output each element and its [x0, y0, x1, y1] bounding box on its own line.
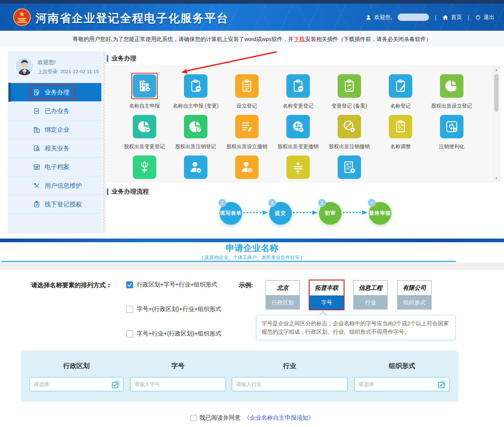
example-box: 信息工程行业 — [353, 280, 388, 310]
business-tile[interactable]: 设立登记 — [221, 73, 272, 110]
main-panel: 业务办理 名称自主申报名称自主申报 (变更)设立登记名称变更登记变更登记 (备案… — [107, 51, 501, 238]
apply-subtitle: [ 及其他企业、个体工商户、农民专业合作社等 ] — [0, 254, 504, 261]
scrollbar-thumb[interactable] — [494, 74, 499, 112]
user-icon — [365, 14, 372, 20]
business-tile[interactable]: 名称调整 — [375, 113, 426, 150]
business-tile[interactable]: 名称自主申报 (变更) — [170, 73, 221, 110]
clipboard-pencil-icon — [389, 74, 412, 98]
agreement-row: 我已阅读并同意《企业名称自主申报须知》 — [0, 414, 504, 422]
sidebar: 欢迎您! 上次登录: 2021-12-02 11:15 业务办理已办业务绑定企业… — [8, 51, 102, 233]
select-check-icon[interactable] — [438, 380, 447, 389]
business-tile[interactable]: 股权出质变更撤销 — [272, 113, 324, 150]
tile-label: 股权出质注销登记 — [174, 143, 218, 150]
sidebar-menu: 业务办理已办业务绑定企业相关业务电子档案用户信息维护线下登记授权 — [8, 83, 101, 214]
sidebar-item[interactable]: 相关业务 — [8, 139, 101, 158]
section-workflow-title: 业务办理流程 — [107, 187, 149, 196]
tile-label: 注销便利化 — [437, 143, 466, 150]
sidebar-item[interactable]: 线下登记授权 — [8, 195, 101, 214]
field-label: 行业 — [232, 362, 348, 370]
sidebar-item[interactable]: 电子档案 — [8, 158, 101, 176]
text-input[interactable] — [232, 377, 348, 392]
field-label: 组织形式 — [354, 362, 450, 370]
business-tile[interactable] — [324, 154, 375, 182]
agree-checkbox[interactable] — [190, 415, 196, 421]
checkbox-unchecked-icon[interactable] — [126, 330, 133, 337]
person-refresh-icon — [235, 156, 259, 179]
scrollbar[interactable]: ▲ ▼ — [493, 67, 499, 181]
header-user-nav: 欢迎您, | 首页 | 退出 — [365, 4, 494, 31]
select-check-icon[interactable] — [112, 380, 120, 389]
arrange-option-label: 字号+行业+(行政区划)+组织形式 — [137, 330, 221, 338]
welcome-user: 欢迎您, — [365, 14, 429, 21]
checkbox-checked-icon[interactable] — [126, 281, 133, 288]
sidebar-stripe — [102, 51, 106, 233]
last-login: 上次登录: 2021-12-02 11:15 — [38, 68, 99, 75]
business-tile[interactable] — [272, 154, 324, 182]
sidebar-item[interactable]: 业务办理 — [8, 83, 101, 102]
tile-label: 股权出质变更登记 — [123, 143, 166, 150]
page: 河南省企业登记全程电子化服务平台 欢迎您, | 首页 | 退出 尊敬的用户您好,… — [0, 0, 504, 427]
clipboard-refresh-icon — [338, 74, 361, 98]
download-plugin-link[interactable]: 下载 — [294, 36, 305, 43]
name-field-column: 组织形式 — [354, 351, 450, 402]
example-tag: 行政区划 — [266, 296, 300, 310]
workflow-arrow-icon — [342, 210, 368, 217]
example-box: 拓普丰联字号 — [309, 280, 345, 310]
section-bar — [107, 188, 108, 195]
business-tile[interactable]: 股权出质设立撤销 — [221, 113, 272, 150]
divider: | — [468, 14, 469, 20]
top-strip — [0, 0, 504, 4]
example-box: 北京行政区划 — [265, 280, 301, 310]
logout-link[interactable]: 退出 — [475, 14, 494, 21]
system-notice: 尊敬的用户您好,为了您能正常使用此系统，请确保您的计算机上安装了word或wps… — [0, 31, 504, 48]
business-tile[interactable]: 股权出质变更登记 — [119, 113, 170, 150]
clipboard-minus-icon — [184, 74, 207, 98]
arrange-option-label: 字号+(行政区划)+行业+组织形式 — [137, 306, 221, 313]
sidebar-item[interactable]: 绑定企业 — [8, 120, 101, 139]
business-tile[interactable] — [170, 154, 221, 182]
ban-icon — [338, 115, 361, 138]
business-tile[interactable]: 变更登记 (备案) — [324, 73, 375, 110]
scroll-up-icon[interactable]: ▲ — [493, 67, 499, 73]
business-tile[interactable]: 股权出质注销撤销 — [324, 113, 375, 150]
business-tile[interactable]: 名称自主申报 — [119, 73, 170, 110]
workflow-step-number: 3 — [318, 199, 326, 207]
workflow-step: 提交2 — [269, 202, 292, 225]
arrange-option[interactable]: 字号+行业+(行政区划)+组织形式 — [126, 329, 221, 338]
workflow-arrow-icon — [292, 210, 319, 217]
person-minus-icon — [184, 156, 207, 179]
tile-label: 名称登记 — [389, 102, 412, 110]
tile-label: 名称变更登记 — [281, 102, 315, 110]
agree-notice-link[interactable]: 《企业名称自主申报须知》 — [244, 414, 314, 422]
transfer-ban-icon — [286, 115, 310, 138]
sidebar-item-label: 绑定企业 — [45, 126, 69, 134]
business-tiles: 名称自主申报名称自主申报 (变更)设立登记名称变更登记变更登记 (备案)名称登记… — [107, 66, 500, 182]
archive-icon — [33, 164, 40, 171]
business-tile[interactable]: 名称登记 — [375, 73, 426, 110]
workflow-step-number: 1 — [218, 199, 226, 207]
sidebar-item-label: 线下登记授权 — [45, 200, 82, 209]
business-tile[interactable] — [119, 154, 170, 182]
business-tile[interactable]: 股权出质设立登记 — [426, 73, 477, 110]
clipboard-lines-icon — [235, 74, 259, 98]
doc-check-icon — [33, 108, 40, 115]
scroll-down-icon[interactable]: ▼ — [493, 175, 499, 181]
home-link[interactable]: 首页 — [442, 14, 462, 21]
agree-text: 我已阅读并同意 — [200, 414, 241, 422]
select-input[interactable] — [354, 377, 450, 392]
sidebar-item[interactable]: 已办业务 — [8, 102, 101, 120]
example-tag: 行业 — [353, 296, 388, 310]
example-value: 拓普丰联 — [309, 280, 344, 296]
business-tile[interactable]: 名称变更登记 — [272, 73, 324, 110]
arrange-option[interactable]: 字号+(行政区划)+行业+组织形式 — [126, 305, 221, 314]
select-input[interactable] — [29, 377, 124, 392]
checkbox-unchecked-icon[interactable] — [126, 306, 133, 313]
arrange-option[interactable]: 行政区划+字号+行业+组织形式 — [126, 280, 221, 289]
business-tile[interactable]: 注销便利化 — [426, 113, 477, 150]
text-input[interactable] — [130, 377, 226, 392]
sidebar-item[interactable]: 用户信息维护 — [8, 176, 101, 195]
business-tile[interactable]: 股权出质注销登记 — [170, 113, 221, 150]
business-tile[interactable] — [221, 154, 272, 182]
sidebar-item-label: 已办业务 — [45, 107, 69, 115]
example-value: 有限公司 — [397, 280, 432, 296]
